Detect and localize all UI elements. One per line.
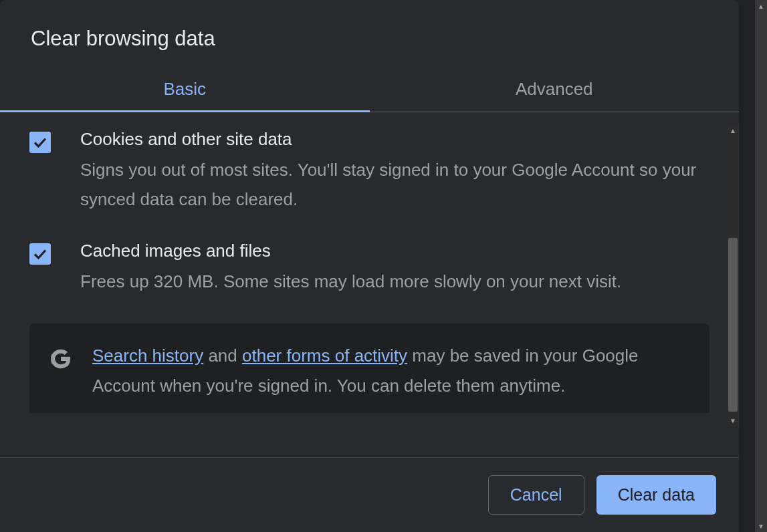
clear-data-button[interactable]: Clear data (596, 475, 716, 515)
dialog-title: Clear browsing data (31, 27, 708, 51)
option-cookies-title: Cookies and other site data (80, 129, 709, 150)
info-text: Search history and other forms of activi… (92, 341, 689, 402)
cancel-button[interactable]: Cancel (488, 475, 584, 515)
scrollbar-thumb[interactable] (728, 238, 738, 412)
checkbox-cache[interactable] (29, 243, 51, 265)
google-g-icon (49, 348, 72, 370)
clear-browsing-data-dialog: Clear browsing data Basic Advanced Cooki… (0, 0, 739, 532)
cancel-button-label: Cancel (510, 485, 562, 504)
check-icon (32, 134, 48, 150)
scroll-up-icon[interactable]: ▲ (727, 124, 739, 136)
info-mid1: and (203, 346, 242, 366)
content-scrollbar[interactable]: ▲ ▼ (727, 124, 739, 426)
option-cookies-desc: Signs you out of most sites. You'll stay… (80, 155, 709, 214)
option-cache: Cached images and files Frees up 320 MB.… (29, 241, 709, 296)
tab-basic[interactable]: Basic (0, 67, 370, 112)
dialog-content: Cookies and other site data Signs you ou… (0, 112, 739, 413)
search-history-link[interactable]: Search history (92, 346, 203, 366)
option-cookies: Cookies and other site data Signs you ou… (29, 129, 709, 214)
google-account-info: Search history and other forms of activi… (29, 323, 709, 413)
checkbox-cookies[interactable] (29, 132, 51, 153)
window-scrollbar[interactable]: ▲ ▼ (755, 0, 767, 532)
other-activity-link[interactable]: other forms of activity (242, 346, 407, 366)
scroll-up-icon[interactable]: ▲ (755, 0, 767, 12)
scroll-down-icon[interactable]: ▼ (755, 520, 767, 532)
tab-bar: Basic Advanced (0, 67, 739, 112)
tab-advanced-label: Advanced (516, 79, 593, 99)
tab-basic-label: Basic (163, 79, 206, 99)
option-cache-desc: Frees up 320 MB. Some sites may load mor… (80, 267, 709, 296)
tab-advanced[interactable]: Advanced (370, 67, 740, 112)
check-icon (32, 246, 48, 262)
option-cache-title: Cached images and files (80, 241, 709, 261)
dialog-header: Clear browsing data (0, 0, 739, 67)
option-cookies-text: Cookies and other site data Signs you ou… (80, 129, 709, 214)
dialog-footer: Cancel Clear data (0, 457, 739, 532)
clear-data-button-label: Clear data (618, 485, 695, 504)
scroll-down-icon[interactable]: ▼ (727, 414, 739, 426)
option-cache-text: Cached images and files Frees up 320 MB.… (80, 241, 709, 296)
